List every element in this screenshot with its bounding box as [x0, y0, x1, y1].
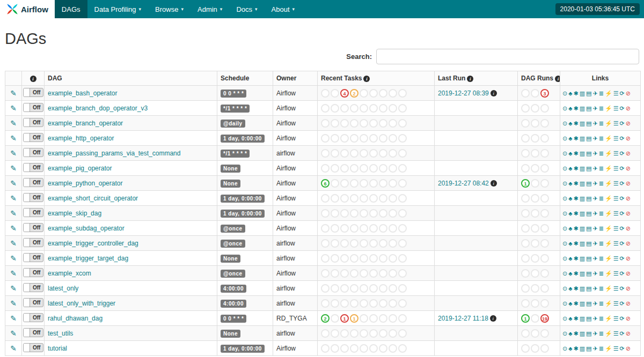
- landing-times-icon[interactable]: ✈: [592, 255, 597, 262]
- task-tries-icon[interactable]: ▤: [586, 210, 591, 217]
- tasks-duration-icon[interactable]: ▥: [580, 90, 585, 97]
- trigger-dag-icon[interactable]: ⊙: [562, 225, 567, 232]
- dag-link[interactable]: example_passing_params_via_test_command: [48, 150, 180, 157]
- refresh-icon[interactable]: ⟳: [620, 270, 625, 277]
- dag-link[interactable]: example_python_operator: [48, 180, 122, 187]
- refresh-icon[interactable]: ⟳: [620, 150, 625, 157]
- delete-dag-icon[interactable]: ⊘: [626, 135, 631, 142]
- refresh-icon[interactable]: ⟳: [620, 255, 625, 262]
- code-view-icon[interactable]: ⚡: [605, 105, 612, 112]
- edit-dag-icon[interactable]: ✎: [10, 119, 17, 128]
- task-tries-icon[interactable]: ▤: [586, 180, 591, 187]
- trigger-dag-icon[interactable]: ⊙: [562, 135, 567, 142]
- dag-link[interactable]: latest_only: [48, 285, 78, 292]
- graph-view-icon[interactable]: ✱: [573, 105, 578, 112]
- task-tries-icon[interactable]: ▤: [586, 270, 591, 277]
- dag-link[interactable]: tutorial: [48, 345, 67, 352]
- logs-icon[interactable]: ☰: [613, 345, 619, 352]
- task-tries-icon[interactable]: ▤: [586, 330, 591, 337]
- trigger-dag-icon[interactable]: ⊙: [562, 195, 567, 202]
- dag-run-circle[interactable]: 1: [521, 179, 530, 188]
- edit-dag-icon[interactable]: ✎: [10, 284, 17, 293]
- landing-times-icon[interactable]: ✈: [592, 195, 597, 202]
- trigger-dag-icon[interactable]: ⊙: [562, 90, 567, 97]
- landing-times-icon[interactable]: ✈: [592, 120, 597, 127]
- tasks-duration-icon[interactable]: ▥: [580, 315, 585, 322]
- graph-view-icon[interactable]: ✱: [573, 135, 578, 142]
- gantt-view-icon[interactable]: ≣: [599, 165, 604, 172]
- graph-view-icon[interactable]: ✱: [573, 120, 578, 127]
- refresh-icon[interactable]: ⟳: [620, 210, 625, 217]
- edit-dag-icon[interactable]: ✎: [10, 89, 17, 98]
- dag-pause-toggle[interactable]: Off: [23, 133, 43, 142]
- task-tries-icon[interactable]: ▤: [586, 105, 591, 112]
- refresh-icon[interactable]: ⟳: [620, 120, 625, 127]
- tasks-duration-icon[interactable]: ▥: [580, 240, 585, 247]
- logs-icon[interactable]: ☰: [613, 105, 619, 112]
- tasks-duration-icon[interactable]: ▥: [580, 300, 585, 307]
- logs-icon[interactable]: ☰: [613, 255, 619, 262]
- last-run-link[interactable]: 2019-12-27 08:42: [438, 180, 489, 187]
- landing-times-icon[interactable]: ✈: [592, 105, 597, 112]
- landing-times-icon[interactable]: ✈: [592, 150, 597, 157]
- task-tries-icon[interactable]: ▤: [586, 195, 591, 202]
- gantt-view-icon[interactable]: ≣: [599, 345, 604, 352]
- tree-view-icon[interactable]: ♣: [568, 330, 572, 337]
- dag-link[interactable]: example_skip_dag: [48, 210, 101, 217]
- refresh-icon[interactable]: ⟳: [620, 180, 625, 187]
- graph-view-icon[interactable]: ✱: [573, 255, 578, 262]
- dag-link[interactable]: test_utils: [48, 330, 73, 337]
- refresh-icon[interactable]: ⟳: [620, 315, 625, 322]
- landing-times-icon[interactable]: ✈: [592, 165, 597, 172]
- code-view-icon[interactable]: ⚡: [605, 120, 612, 127]
- landing-times-icon[interactable]: ✈: [592, 315, 597, 322]
- refresh-icon[interactable]: ⟳: [620, 195, 625, 202]
- gantt-view-icon[interactable]: ≣: [599, 105, 604, 112]
- landing-times-icon[interactable]: ✈: [592, 180, 597, 187]
- dag-link[interactable]: example_short_circuit_operator: [48, 195, 138, 202]
- search-input[interactable]: [376, 49, 639, 64]
- tasks-duration-icon[interactable]: ▥: [580, 180, 585, 187]
- nav-item-admin[interactable]: Admin ▾: [191, 0, 229, 18]
- last-run-link[interactable]: 2019-12-27 11:18: [438, 315, 488, 322]
- task-state-circle[interactable]: 1: [340, 314, 349, 323]
- dag-run-circle[interactable]: 19: [540, 314, 549, 323]
- tree-view-icon[interactable]: ♣: [568, 240, 572, 247]
- tree-view-icon[interactable]: ♣: [568, 180, 572, 187]
- tree-view-icon[interactable]: ♣: [568, 210, 572, 217]
- edit-dag-icon[interactable]: ✎: [10, 269, 17, 278]
- dag-pause-toggle[interactable]: Off: [23, 223, 43, 232]
- trigger-dag-icon[interactable]: ⊙: [562, 150, 567, 157]
- trigger-dag-icon[interactable]: ⊙: [562, 330, 567, 337]
- graph-view-icon[interactable]: ✱: [573, 285, 578, 292]
- dag-run-circle[interactable]: 1: [521, 314, 530, 323]
- dag-pause-toggle[interactable]: Off: [23, 178, 43, 187]
- gantt-view-icon[interactable]: ≣: [599, 90, 604, 97]
- graph-view-icon[interactable]: ✱: [573, 240, 578, 247]
- code-view-icon[interactable]: ⚡: [605, 135, 612, 142]
- landing-times-icon[interactable]: ✈: [592, 270, 597, 277]
- trigger-dag-icon[interactable]: ⊙: [562, 255, 567, 262]
- code-view-icon[interactable]: ⚡: [605, 90, 612, 97]
- code-view-icon[interactable]: ⚡: [605, 210, 612, 217]
- tree-view-icon[interactable]: ♣: [568, 270, 572, 277]
- edit-dag-icon[interactable]: ✎: [10, 224, 17, 233]
- dag-pause-toggle[interactable]: Off: [23, 268, 43, 277]
- trigger-dag-icon[interactable]: ⊙: [562, 240, 567, 247]
- edit-dag-icon[interactable]: ✎: [10, 179, 17, 188]
- tasks-duration-icon[interactable]: ▥: [580, 135, 585, 142]
- refresh-icon[interactable]: ⟳: [620, 300, 625, 307]
- delete-dag-icon[interactable]: ⊘: [626, 90, 631, 97]
- brand[interactable]: Airflow: [0, 0, 55, 18]
- tree-view-icon[interactable]: ♣: [568, 345, 572, 352]
- edit-dag-icon[interactable]: ✎: [10, 239, 17, 248]
- tasks-duration-icon[interactable]: ▥: [580, 105, 585, 112]
- graph-view-icon[interactable]: ✱: [573, 300, 578, 307]
- graph-view-icon[interactable]: ✱: [573, 165, 578, 172]
- landing-times-icon[interactable]: ✈: [592, 225, 597, 232]
- refresh-icon[interactable]: ⟳: [620, 135, 625, 142]
- gantt-view-icon[interactable]: ≣: [599, 315, 604, 322]
- code-view-icon[interactable]: ⚡: [605, 225, 612, 232]
- tree-view-icon[interactable]: ♣: [568, 120, 572, 127]
- trigger-dag-icon[interactable]: ⊙: [562, 315, 567, 322]
